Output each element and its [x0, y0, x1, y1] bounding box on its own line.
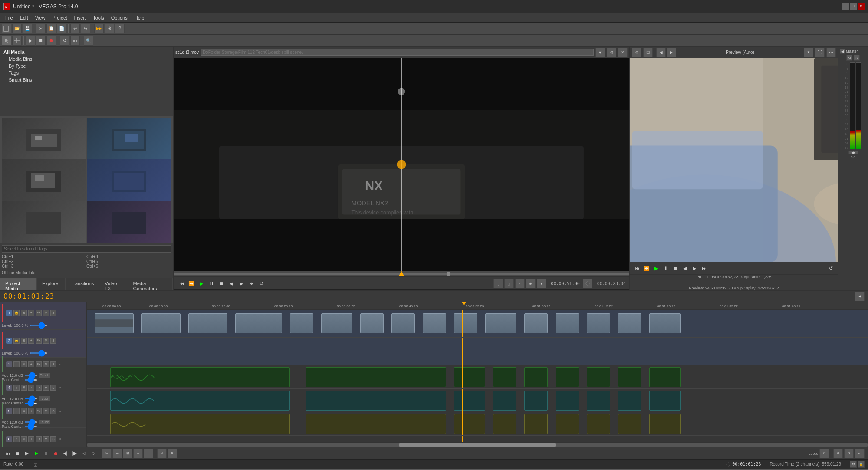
- tree-smart-bins[interactable]: Smart Bins: [2, 76, 171, 83]
- zoom-in-btn[interactable]: +: [133, 449, 143, 458]
- track5-mute[interactable]: ○: [13, 408, 20, 414]
- snap-btn[interactable]: [70, 36, 80, 46]
- undo-btn[interactable]: ↩: [70, 24, 80, 33]
- program-loop-btn[interactable]: ↺: [826, 264, 835, 273]
- audio-clip-a5-7[interactable]: [587, 414, 610, 434]
- track3-vol-slider[interactable]: [24, 375, 37, 376]
- source-mark-in[interactable]: [: [493, 279, 503, 288]
- paste-btn[interactable]: 📄: [57, 24, 66, 33]
- scrollbar-thumb[interactable]: [399, 443, 556, 447]
- audio-clip-a5-4[interactable]: [493, 414, 516, 434]
- open-btn[interactable]: 📂: [12, 24, 22, 33]
- help-btn[interactable]: ?: [115, 24, 125, 33]
- audio-clip-a3-9[interactable]: [649, 367, 681, 387]
- tree-media-bins[interactable]: Media Bins: [2, 56, 171, 62]
- track1-fx[interactable]: FX: [36, 310, 42, 316]
- video-clip-7[interactable]: [360, 313, 384, 333]
- source-settings-btn[interactable]: ⚙: [607, 48, 616, 57]
- source-close-btn[interactable]: ✕: [618, 48, 628, 57]
- record-btn2[interactable]: ⏺: [46, 36, 56, 46]
- audio-clip-a5-9[interactable]: [649, 414, 681, 434]
- track6-s[interactable]: S: [50, 436, 56, 442]
- maximize-button[interactable]: □: [850, 3, 857, 10]
- program-pause[interactable]: ⏸: [661, 264, 670, 273]
- tab-media-generators[interactable]: Media Generators: [128, 278, 173, 290]
- status-settings-btn[interactable]: ⚙: [850, 461, 857, 468]
- menu-view[interactable]: View: [32, 14, 49, 21]
- track1-s[interactable]: S: [50, 310, 56, 316]
- track2-fx[interactable]: FX: [36, 338, 42, 344]
- track5-solo[interactable]: ⊞: [21, 408, 27, 414]
- video-clip-6[interactable]: [321, 313, 352, 333]
- audio-clip-a5-1[interactable]: [110, 414, 290, 434]
- program-more-btn[interactable]: ⋯: [826, 48, 836, 57]
- audio-clip-a3-3[interactable]: [454, 367, 485, 387]
- cut-btn[interactable]: ✂: [36, 24, 46, 33]
- audio-clip-a5-5[interactable]: [524, 414, 548, 434]
- audio-clip-a4-1[interactable]: [110, 391, 290, 411]
- audio-clip-a4-3[interactable]: [454, 391, 485, 411]
- master-s-btn[interactable]: S: [854, 55, 860, 61]
- source-path-input[interactable]: [201, 49, 594, 56]
- track5-s[interactable]: S: [50, 408, 56, 414]
- program-next-frame[interactable]: ▶: [690, 264, 699, 273]
- track4-mute[interactable]: ○: [13, 385, 20, 391]
- track3-add[interactable]: +: [28, 361, 34, 367]
- track6-add[interactable]: +: [28, 436, 34, 442]
- audio-clip-a4-5[interactable]: [524, 391, 548, 411]
- track1-comp[interactable]: ⊞: [21, 310, 27, 316]
- jog-btn[interactable]: ⟳: [844, 449, 854, 458]
- video-clip-4[interactable]: [235, 313, 282, 333]
- source-go-start[interactable]: ⏮: [177, 279, 186, 288]
- audio-clip-a4-4[interactable]: [493, 391, 516, 411]
- track2-add[interactable]: +: [28, 338, 34, 344]
- transport-go-start[interactable]: ⏮: [3, 449, 12, 458]
- snap-grid-btn[interactable]: ⊟: [123, 449, 132, 458]
- ripple-btn[interactable]: ⊸: [112, 449, 122, 458]
- edit-tool[interactable]: [12, 36, 22, 46]
- track3-fx[interactable]: FX: [36, 361, 42, 367]
- source-more[interactable]: ▼: [537, 279, 546, 288]
- video-clip-11[interactable]: [485, 313, 516, 333]
- transport-next-mark[interactable]: |▶: [70, 449, 79, 458]
- transport-prev-frame[interactable]: ◁: [80, 449, 89, 458]
- audio-clip-a3-6[interactable]: [556, 367, 579, 387]
- program-next-monitor[interactable]: ▶: [667, 48, 676, 57]
- program-prev-frame[interactable]: ◀: [681, 264, 689, 273]
- new-btn[interactable]: [2, 24, 11, 33]
- video-clip-3[interactable]: [188, 313, 227, 333]
- video-clip-10[interactable]: [454, 313, 477, 333]
- save-btn[interactable]: 💾: [23, 24, 32, 33]
- transport-play-from[interactable]: ▶: [23, 449, 31, 458]
- track2-m[interactable]: M: [43, 338, 49, 344]
- audio-clip-a5-3[interactable]: [454, 414, 485, 434]
- video-clip-16[interactable]: [649, 313, 681, 333]
- track5-pan-slider[interactable]: [24, 426, 37, 427]
- program-fullscreen-btn[interactable]: ⛶: [815, 48, 825, 57]
- menu-help[interactable]: Help: [131, 14, 148, 21]
- media-clip-6[interactable]: [87, 201, 171, 243]
- audio-clip-a3-8[interactable]: [618, 367, 641, 387]
- track2-lock[interactable]: 🔒: [13, 338, 20, 344]
- tab-video-fx[interactable]: Video FX: [99, 278, 128, 290]
- program-stop[interactable]: ⏹: [671, 264, 680, 273]
- menu-tools[interactable]: Tools: [89, 14, 108, 21]
- program-prev-monitor[interactable]: ◀: [656, 48, 666, 57]
- status-lock-btn[interactable]: 🔒: [858, 461, 865, 468]
- audio-clip-a4-8[interactable]: [618, 391, 641, 411]
- audio-clip-a4-9[interactable]: [649, 391, 681, 411]
- transport-prev-mark[interactable]: ◀|: [61, 449, 69, 458]
- track6-solo[interactable]: ⊞: [21, 436, 27, 442]
- scrubbar[interactable]: [174, 271, 629, 277]
- transport-pause[interactable]: ⏸: [42, 449, 50, 458]
- menu-edit[interactable]: Edit: [16, 14, 32, 21]
- tree-tags[interactable]: Tags: [2, 69, 171, 76]
- track1-m[interactable]: M: [43, 310, 49, 316]
- loop-toggle[interactable]: ↺: [819, 449, 829, 458]
- source-browse-btn[interactable]: ▼: [595, 48, 605, 57]
- scrollbar-track[interactable]: [87, 443, 868, 447]
- audio-clip-a3-7[interactable]: [587, 367, 610, 387]
- transport-record[interactable]: ⏺: [51, 449, 60, 458]
- program-split-btn[interactable]: ⊡: [643, 48, 653, 57]
- track3-m[interactable]: M: [43, 361, 49, 367]
